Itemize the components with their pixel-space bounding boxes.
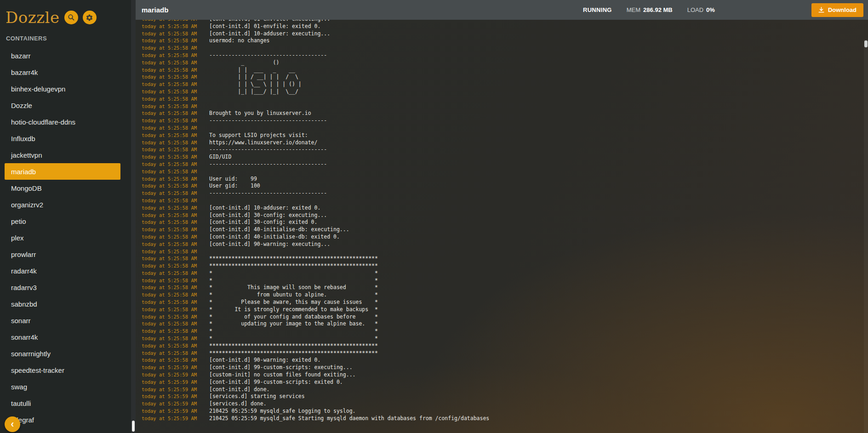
log-timestamp: today at 5:25:58 AM [142, 350, 209, 357]
search-button[interactable] [64, 11, 78, 24]
log-timestamp: today at 5:25:58 AM [142, 241, 209, 248]
log-row: today at 5:25:58 AM _ () [142, 59, 868, 67]
sidebar-item-sonarrnightly[interactable]: sonarrnightly [5, 345, 120, 362]
sidebar-item-organizrv2[interactable]: organizrv2 [5, 196, 120, 213]
log-timestamp: today at 5:25:58 AM [142, 110, 209, 117]
sidebar-item-plex[interactable]: plex [5, 229, 120, 246]
sidebar-item-hotio-cloudflare-ddns[interactable]: hotio-cloudflare-ddns [5, 114, 120, 130]
sidebar-item-influxdb[interactable]: Influxdb [5, 130, 120, 147]
sidebar-item-bazarr[interactable]: bazarr [5, 47, 120, 64]
log-row: today at 5:25:58 AM*********************… [142, 350, 868, 357]
log-message: ****************************************… [209, 342, 378, 350]
sidebar-item-jackettvpn[interactable]: jackettvpn [5, 147, 120, 163]
log-message: [cont-init.d] 99-custom-scripts: executi… [209, 364, 353, 371]
gear-icon [86, 14, 93, 22]
log-row: today at 5:25:58 AM---------------------… [142, 190, 868, 197]
log-message: ------------------------------------- [209, 161, 327, 168]
log-message: * * [209, 277, 378, 285]
log-row: today at 5:25:58 AM* It is strongly reco… [142, 306, 868, 313]
log-timestamp: today at 5:25:58 AM [142, 117, 209, 125]
log-row: today at 5:25:58 AM*********************… [142, 255, 868, 262]
sidebar-item-sonarr[interactable]: sonarr [5, 312, 120, 329]
log-timestamp: today at 5:25:58 AM [142, 37, 209, 45]
sidebar-item-radarrv3[interactable]: radarrv3 [5, 279, 120, 296]
log-message: _ () [209, 59, 279, 67]
sidebar-item-mariadb[interactable]: mariadb [5, 163, 120, 180]
log-row: today at 5:25:58 AMUser uid: 99 [142, 176, 868, 183]
sidebar-item-prowlarr[interactable]: prowlarr [5, 246, 120, 262]
log-row: today at 5:25:58 AM*********************… [142, 262, 868, 270]
log-timestamp: today at 5:25:58 AM [142, 103, 209, 110]
log-message: https://www.linuxserver.io/donate/ [209, 139, 317, 147]
settings-button[interactable] [83, 11, 97, 24]
log-row: today at 5:25:58 AM [142, 125, 868, 132]
load-label: LOAD [687, 6, 703, 13]
sidebar-item-telegraf[interactable]: telegraf [5, 411, 120, 428]
sidebar-item-dozzle[interactable]: Dozzle [5, 97, 120, 114]
log-row: today at 5:25:58 AM [142, 45, 868, 52]
download-button-label: Download [828, 6, 857, 13]
log-row: today at 5:25:58 AM[cont-init.d] 30-conf… [142, 212, 868, 219]
sidebar-item-bazarr4k[interactable]: bazarr4k [5, 64, 120, 80]
app-logo[interactable]: Dozzle [6, 7, 60, 28]
log-timestamp: today at 5:25:58 AM [142, 291, 209, 299]
log-message: User gid: 100 [209, 182, 260, 190]
sidebar-item-sonarr4k[interactable]: sonarr4k [5, 329, 120, 345]
log-row: today at 5:25:58 AMBrought to you by lin… [142, 110, 868, 117]
sidebar-item-binhex-delugevpn[interactable]: binhex-delugevpn [5, 80, 120, 97]
sidebar-item-swag[interactable]: swag [5, 378, 120, 395]
log-viewer[interactable]: today at 5:25:58 AM[cont-init.d] 01-envf… [136, 20, 868, 433]
log-message: 210425 05:25:59 mysqld_safe Starting mys… [209, 415, 489, 422]
log-timestamp: today at 5:25:59 AM [142, 393, 209, 400]
log-message: * from ubuntu to alpine. * [209, 291, 378, 299]
log-message: * of your config and databases before * [209, 313, 378, 321]
sidebar-item-petio[interactable]: petio [5, 213, 120, 229]
sidebar-item-radarr4k[interactable]: radarr4k [5, 262, 120, 279]
log-timestamp: today at 5:25:58 AM [142, 262, 209, 270]
log-row: today at 5:25:58 AM---------------------… [142, 52, 868, 59]
log-row: today at 5:25:58 AM* updating your image… [142, 320, 868, 328]
log-row: today at 5:25:58 AM [142, 96, 868, 103]
download-button[interactable]: Download [811, 3, 863, 17]
log-timestamp: today at 5:25:59 AM [142, 408, 209, 415]
log-scrollbar-thumb[interactable] [864, 40, 868, 47]
log-timestamp: today at 5:25:58 AM [142, 277, 209, 285]
log-message: [cont-init.d] 10-adduser: executing... [209, 30, 330, 38]
sidebar-item-tautulli[interactable]: tautulli [5, 395, 120, 411]
log-scrollbar[interactable] [864, 40, 868, 433]
log-message: * * [209, 270, 378, 277]
container-stats: RUNNING MEM286.92 MB LOAD0% [583, 6, 715, 13]
log-message: Brought to you by linuxserver.io [209, 110, 311, 117]
log-message: [services.d] starting services [209, 393, 305, 400]
log-timestamp: today at 5:25:58 AM [142, 23, 209, 30]
log-row: today at 5:25:59 AM210425 05:25:59 mysql… [142, 415, 868, 422]
log-message: To support LSIO projects visit: [209, 132, 308, 139]
sidebar-item-sabnzbd[interactable]: sabnzbd [5, 296, 120, 312]
log-row: today at 5:25:59 AM[services.d] starting… [142, 393, 868, 400]
sidebar-collapse-button[interactable]: ‹ [5, 416, 20, 432]
log-timestamp: today at 5:25:59 AM [142, 379, 209, 386]
sidebar-item-mongodb[interactable]: MongoDB [5, 180, 120, 196]
log-row: today at 5:25:58 AM[cont-init.d] 90-warn… [142, 357, 868, 364]
memory-label: MEM [627, 6, 640, 13]
log-timestamp: today at 5:25:58 AM [142, 357, 209, 364]
log-timestamp: today at 5:25:58 AM [142, 125, 209, 132]
log-timestamp: today at 5:25:58 AM [142, 212, 209, 219]
sidebar-scrollbar-thumb[interactable] [132, 421, 135, 432]
log-timestamp: today at 5:25:58 AM [142, 219, 209, 226]
log-message: * updating your image to the alpine base… [209, 320, 378, 328]
log-message: [cont-init.d] 30-config: executing... [209, 212, 327, 219]
log-message: ****************************************… [209, 255, 378, 262]
log-message: 210425 05:25:59 mysqld_safe Logging to s… [209, 408, 356, 415]
log-message: | | / __| | | / \ [209, 74, 298, 81]
log-row: today at 5:25:58 AM [142, 168, 868, 176]
log-row: today at 5:25:58 AM[cont-init.d] 01-envf… [142, 23, 868, 30]
sidebar: Dozzle CONTAINERS bazarrbazarr4kbinhex-d… [0, 0, 131, 433]
sidebar-scrollbar[interactable] [131, 0, 136, 433]
log-message: ------------------------------------- [209, 52, 327, 59]
log-row: today at 5:25:58 AM[cont-init.d] 90-warn… [142, 241, 868, 248]
sidebar-item-speedtest-tracker[interactable]: speedtest-tracker [5, 362, 120, 378]
log-timestamp: today at 5:25:59 AM [142, 415, 209, 422]
log-row: today at 5:25:58 AM* of your config and … [142, 313, 868, 321]
log-message: * It is strongly recommended to make bac… [209, 306, 378, 313]
